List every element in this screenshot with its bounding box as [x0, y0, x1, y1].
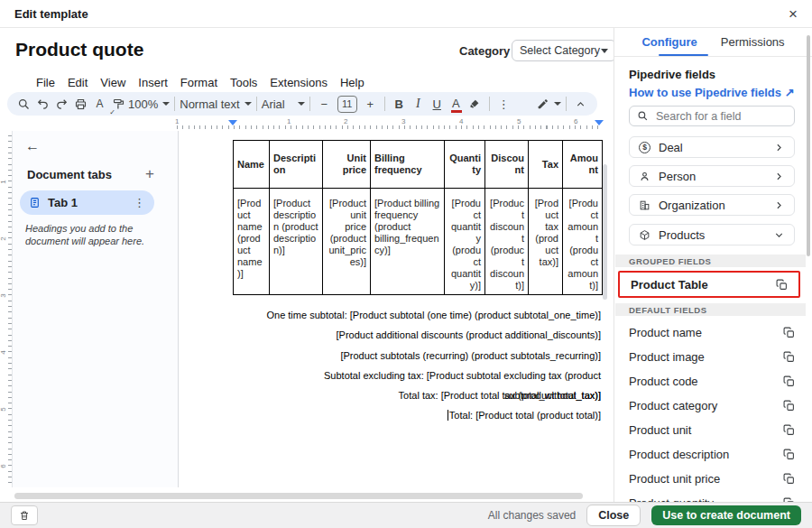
- col-unit-price[interactable]: Unit price: [323, 141, 371, 189]
- col-discount[interactable]: Discount: [485, 141, 529, 189]
- default-fields-header: DEFAULT FIELDS: [615, 303, 806, 316]
- collapse-toolbar-icon[interactable]: [571, 94, 590, 114]
- redo-icon[interactable]: [52, 94, 71, 114]
- field-product-table[interactable]: Product Table: [618, 271, 800, 298]
- cell-product-amount[interactable]: [Product amount (product amount)]: [563, 189, 603, 295]
- field-product-quantity[interactable]: Product quantity: [629, 491, 795, 502]
- document-horizontal-scrollbar[interactable]: [14, 493, 583, 499]
- document-vertical-scrollbar[interactable]: [603, 164, 607, 300]
- menu-tools[interactable]: Tools: [230, 76, 257, 89]
- copy-icon[interactable]: [783, 351, 795, 363]
- copy-icon[interactable]: [783, 400, 795, 412]
- product-table[interactable]: Name Description Unit price Billing freq…: [233, 140, 603, 295]
- field-label: Product image: [629, 350, 705, 364]
- italic-button[interactable]: I: [409, 94, 428, 114]
- field-product-unit[interactable]: Product unit: [629, 418, 795, 442]
- print-icon[interactable]: [71, 94, 90, 114]
- col-billing-frequency[interactable]: Billing frequency: [371, 141, 445, 189]
- group-deal[interactable]: $ Deal: [629, 136, 795, 158]
- copy-icon[interactable]: [783, 327, 795, 338]
- col-amount[interactable]: Amount: [563, 141, 603, 189]
- close-button[interactable]: Close: [586, 505, 641, 526]
- field-label: Product category: [629, 399, 717, 412]
- col-quantity[interactable]: Quantity: [445, 141, 485, 189]
- text-color-button[interactable]: A: [447, 94, 466, 114]
- cell-product-discount[interactable]: [Product discount (product discount)]: [485, 189, 529, 295]
- tab-permissions[interactable]: Permissions: [719, 30, 787, 54]
- cell-product-quantity[interactable]: [Product quantity (product quantity)]: [445, 189, 485, 295]
- group-products[interactable]: Products: [629, 224, 795, 245]
- text-color-swatch: [451, 110, 462, 113]
- font-family-select[interactable]: Arial: [262, 94, 305, 114]
- editing-mode-select[interactable]: [537, 94, 561, 114]
- close-icon[interactable]: ×: [789, 6, 798, 22]
- undo-icon[interactable]: [33, 94, 52, 114]
- tab-configure[interactable]: Configure: [640, 30, 698, 54]
- menu-view[interactable]: View: [100, 76, 125, 89]
- cell-product-billing-frequency[interactable]: [Product billing frequency (product bill…: [371, 189, 445, 295]
- copy-icon[interactable]: [783, 375, 795, 387]
- menu-insert[interactable]: Insert: [138, 76, 168, 89]
- back-icon[interactable]: ←: [25, 138, 40, 154]
- more-options-icon[interactable]: ⋮: [494, 94, 513, 114]
- field-product-code[interactable]: Product code: [629, 369, 795, 394]
- tab-menu-icon[interactable]: ⋮: [134, 196, 145, 209]
- ruler-number: 5: [517, 117, 521, 125]
- cell-product-description[interactable]: [Product description (product descriptio…: [270, 189, 323, 295]
- decrease-font-size-button[interactable]: −: [315, 94, 334, 114]
- cell-product-name[interactable]: [Product name (product name)]: [234, 189, 270, 295]
- modal-header: Edit template ×: [0, 0, 812, 28]
- field-product-unit-price[interactable]: Product unit price: [629, 467, 795, 491]
- total-line[interactable]: [Product additional discounts (product a…: [233, 325, 601, 345]
- group-label: Deal: [659, 141, 683, 154]
- menu-file[interactable]: File: [36, 76, 55, 89]
- category-select[interactable]: Select Category: [512, 40, 616, 61]
- field-search-box[interactable]: [629, 106, 795, 126]
- copy-icon[interactable]: [783, 473, 795, 485]
- field-product-category[interactable]: Product category: [629, 394, 795, 418]
- total-line[interactable]: One time subtotal: [Product subtotal (on…: [233, 305, 601, 325]
- add-tab-icon[interactable]: +: [145, 165, 154, 183]
- col-description[interactable]: Description: [270, 141, 323, 189]
- search-input[interactable]: [654, 109, 775, 124]
- menu-extensions[interactable]: Extensions: [270, 76, 328, 89]
- increase-font-size-button[interactable]: +: [361, 94, 380, 114]
- copy-icon[interactable]: [783, 449, 795, 460]
- total-line[interactable]: Total tax: [Product total tax (product t…: [233, 385, 601, 405]
- copy-icon[interactable]: [776, 279, 788, 291]
- menu-help[interactable]: Help: [340, 76, 364, 89]
- use-to-create-document-button[interactable]: Use to create document: [651, 505, 801, 525]
- total-line[interactable]: Total: [Product total (product total)]: [233, 405, 601, 425]
- spellcheck-icon[interactable]: A ✓: [90, 94, 109, 114]
- tab-1[interactable]: Tab 1 ⋮: [20, 190, 154, 215]
- cell-product-tax[interactable]: [Product tax (product tax)]: [529, 189, 563, 295]
- menu-format[interactable]: Format: [180, 76, 217, 89]
- sidebar-scrollbar[interactable]: [807, 35, 810, 256]
- table-header-row: Name Description Unit price Billing freq…: [234, 141, 603, 189]
- field-product-description[interactable]: Product description: [629, 442, 795, 467]
- bold-button[interactable]: B: [390, 94, 409, 114]
- font-size-input[interactable]: 11: [337, 96, 357, 113]
- group-organization[interactable]: Organization: [629, 194, 795, 216]
- active-tab-underline: [659, 54, 708, 56]
- menu-edit[interactable]: Edit: [68, 76, 88, 89]
- underline-button[interactable]: U: [428, 94, 447, 114]
- group-person[interactable]: Person: [629, 165, 795, 187]
- help-link[interactable]: How to use Pipedrive fields ↗: [629, 86, 795, 99]
- highlight-color-icon[interactable]: [466, 94, 484, 114]
- zoom-select[interactable]: 100%: [128, 94, 170, 114]
- document-canvas[interactable]: Name Description Unit price Billing freq…: [179, 131, 603, 487]
- total-line[interactable]: Subtotal excluding tax: [Product subtota…: [233, 366, 601, 385]
- field-product-image[interactable]: Product image: [629, 345, 795, 369]
- indent-marker-left[interactable]: [228, 120, 237, 125]
- indent-marker-right[interactable]: [595, 120, 604, 125]
- copy-icon[interactable]: [783, 424, 795, 436]
- col-tax[interactable]: Tax: [529, 141, 563, 189]
- cell-product-unit-price[interactable]: [Product unit price (product unit_prices…: [323, 189, 371, 295]
- search-icon[interactable]: [14, 94, 33, 114]
- total-line[interactable]: [Product subtotals (recurring) (product …: [233, 346, 601, 366]
- col-name[interactable]: Name: [234, 141, 270, 189]
- delete-template-button[interactable]: [11, 505, 38, 525]
- paragraph-style-select[interactable]: Normal text: [180, 94, 251, 114]
- field-product-name[interactable]: Product name: [629, 320, 795, 345]
